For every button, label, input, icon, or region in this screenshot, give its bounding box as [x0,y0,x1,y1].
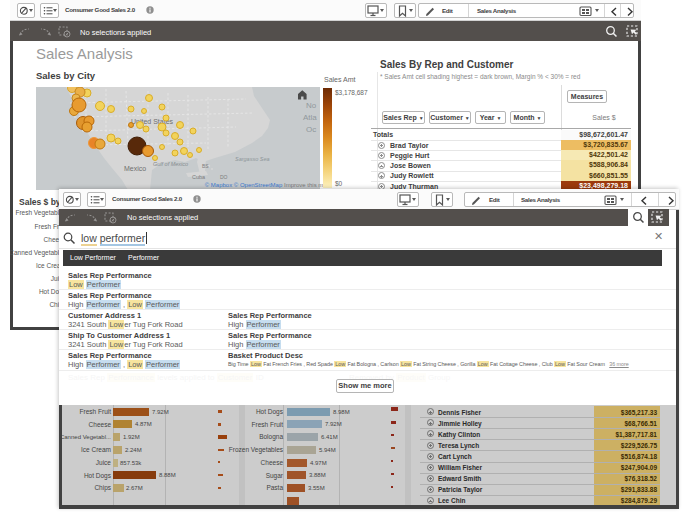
svg-text:Cuba: Cuba [192,174,206,180]
svg-text:BS: BS [202,163,209,169]
svg-text:Sargasso Sea: Sargasso Sea [235,156,270,162]
svg-text:Atla: Atla [303,113,317,122]
svg-text:Oc: Oc [306,125,316,134]
svg-text:Gulf of Mexico: Gulf of Mexico [153,161,188,167]
svg-text:Mexico: Mexico [124,165,146,172]
svg-text:DO: DO [220,174,228,180]
svg-text:No: No [306,101,317,110]
